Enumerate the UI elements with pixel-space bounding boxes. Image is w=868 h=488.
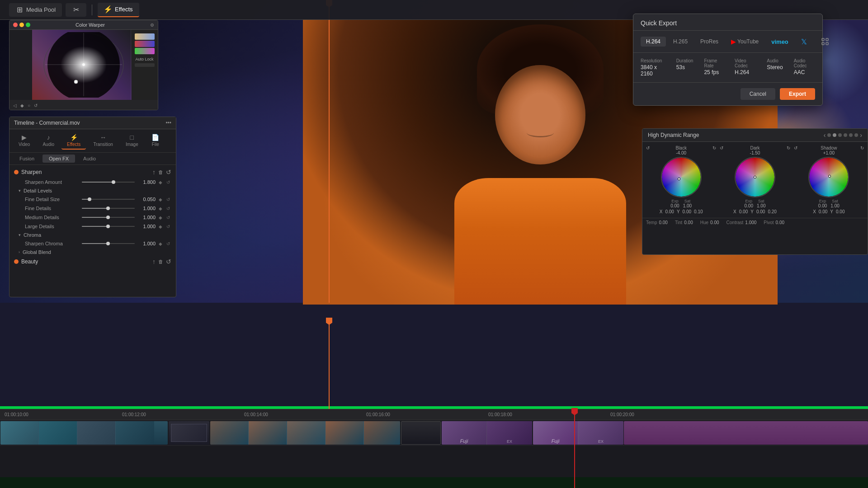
sharpen-chroma-thumb[interactable] <box>106 242 110 245</box>
subtab-fusion[interactable]: Fusion <box>13 155 41 163</box>
videocodec-value: H.264 <box>735 69 756 75</box>
hdr-dot-5[interactable] <box>849 133 853 137</box>
resolution-value: 3840 x 2160 <box>641 64 665 77</box>
format-tab-prores[interactable]: ProRes <box>695 37 724 47</box>
dialog-actions-row: Cancel Export <box>633 83 822 105</box>
close-dot[interactable] <box>13 23 18 27</box>
format-tab-vimeo[interactable]: vimeo <box>766 37 794 47</box>
hdr-wheels-row: ↺ Black ↻ -4.00 Exp 0.00 Sat 1.00 <box>642 142 868 218</box>
bottom-icon-3[interactable]: ○ <box>28 103 30 108</box>
sharpen-chroma-slider[interactable] <box>82 243 135 244</box>
black-reset-btn[interactable]: ↺ <box>646 145 650 150</box>
sharpen-up-btn[interactable]: ↑ <box>152 169 156 176</box>
tab-transition[interactable]: ↔ Transition <box>88 132 118 150</box>
videocodec-info: Video Codec H.264 <box>735 58 756 77</box>
black-refresh-btn[interactable]: ↻ <box>712 145 716 150</box>
panel-menu-dots[interactable]: ••• <box>165 120 171 126</box>
large-det-reset[interactable]: ↺ <box>165 223 171 230</box>
hdr-dot-1[interactable] <box>827 133 831 137</box>
sharpen-delete-btn[interactable]: 🗑 <box>158 169 163 175</box>
shadow-refresh-btn[interactable]: ↻ <box>860 145 864 150</box>
format-tab-twitter[interactable]: 𝕏 <box>796 36 812 48</box>
hdr-nav-right-btn[interactable]: › <box>860 131 862 139</box>
fine-det-reset[interactable]: ↺ <box>165 205 171 211</box>
black-wheel[interactable] <box>661 157 702 197</box>
bottom-icon-2[interactable]: ◆ <box>20 103 24 108</box>
format-tab-share[interactable] <box>814 34 836 49</box>
sharpen-diamond-btn[interactable]: ◆ <box>157 179 164 185</box>
tab-image[interactable]: □ Image <box>120 132 144 150</box>
fine-details-thumb[interactable] <box>106 206 110 210</box>
medium-details-thumb[interactable] <box>106 216 110 219</box>
media-pool-btn[interactable]: ⊞ Media Pool <box>9 3 62 17</box>
hdr-dot-3[interactable] <box>838 133 842 137</box>
hdr-dot-4[interactable] <box>844 133 847 137</box>
bottom-icon-4[interactable]: ↺ <box>34 103 38 108</box>
medium-details-slider[interactable] <box>82 217 135 218</box>
minimize-dot[interactable] <box>19 23 24 27</box>
med-det-reset[interactable]: ↺ <box>165 214 171 221</box>
timeline-progress-bar <box>0 406 868 409</box>
format-tab-h265[interactable]: H.265 <box>668 37 693 47</box>
sharpen-enabled-dot[interactable] <box>14 170 19 174</box>
sharpen-reset-param-btn[interactable]: ↺ <box>165 179 171 185</box>
cancel-button[interactable]: Cancel <box>741 88 775 100</box>
hdr-dot-2[interactable] <box>833 133 836 137</box>
dark-refresh-btn[interactable]: ↻ <box>787 145 790 150</box>
tab-audio[interactable]: ♪ Audio <box>37 132 60 150</box>
format-tab-youtube[interactable]: ▶ YouTube <box>726 36 764 47</box>
color-warper-titlebar: Color Warper ⚙ <box>9 20 158 30</box>
beauty-delete-btn[interactable]: 🗑 <box>158 259 163 264</box>
color-wheel-area[interactable]: Auto Lock <box>9 30 158 100</box>
clip-segment-3[interactable] <box>210 421 400 445</box>
hdr-nav-left-btn[interactable]: ‹ <box>824 131 826 139</box>
shadow-reset-btn[interactable]: ↺ <box>794 145 797 150</box>
fine-det-diamond[interactable]: ◆ <box>157 205 164 211</box>
beauty-enabled-dot[interactable] <box>14 259 19 264</box>
clip-segment-5[interactable]: Fuji EX <box>442 421 532 445</box>
clip-segment-4[interactable] <box>401 421 441 445</box>
subtab-openfx[interactable]: Open FX <box>42 155 75 163</box>
sharpen-amount-thumb[interactable] <box>112 180 115 184</box>
maximize-dot[interactable] <box>26 23 30 27</box>
large-details-thumb[interactable] <box>106 225 110 228</box>
clip-segment-2[interactable] <box>169 421 209 445</box>
hdr-dot-6[interactable] <box>854 133 858 137</box>
dark-reset-btn[interactable]: ↺ <box>720 145 723 150</box>
black-sat-param: Sat 1.00 <box>683 199 692 208</box>
sharpen-reset-btn[interactable]: ↺ <box>166 169 171 176</box>
clip-segment-1[interactable] <box>0 421 168 445</box>
fine-detail-size-slider[interactable] <box>82 199 135 200</box>
med-det-diamond[interactable]: ◆ <box>157 214 164 221</box>
subtab-audio[interactable]: Audio <box>77 155 102 163</box>
fine-details-slider[interactable] <box>82 208 135 209</box>
dark-wheel[interactable] <box>735 157 775 197</box>
sharpen-amount-slider[interactable] <box>82 182 135 183</box>
fine-size-reset[interactable]: ↺ <box>165 196 171 202</box>
cut-btn[interactable]: ✂ <box>66 3 86 17</box>
tab-file[interactable]: 📄 File <box>146 132 165 150</box>
chroma-diamond[interactable]: ◆ <box>157 240 164 247</box>
chroma-toggle[interactable]: ▾ Chroma <box>14 231 171 239</box>
clip-segment-7[interactable] <box>624 421 868 445</box>
large-det-diamond[interactable]: ◆ <box>157 223 164 230</box>
tab-effects[interactable]: ⚡ Effects <box>61 132 86 150</box>
export-button[interactable]: Export <box>780 88 815 100</box>
effects-btn[interactable]: ⚡ Effects <box>98 3 139 17</box>
format-tab-h264[interactable]: H.264 <box>641 37 666 47</box>
fine-detail-size-thumb[interactable] <box>88 197 91 201</box>
tab-video[interactable]: ▶ Video <box>13 132 35 150</box>
detail-levels-toggle[interactable]: ▾ Detail Levels <box>14 187 171 195</box>
shadow-wheel[interactable] <box>808 157 849 197</box>
large-details-slider[interactable] <box>82 226 135 227</box>
clip-frame-3e <box>364 421 400 445</box>
settings-icon[interactable]: ⚙ <box>150 23 154 28</box>
wheel-container[interactable] <box>42 32 126 98</box>
chroma-reset[interactable]: ↺ <box>165 240 171 247</box>
fine-size-diamond[interactable]: ◆ <box>157 196 164 202</box>
bottom-icon-1[interactable]: ◁ <box>13 103 17 108</box>
beauty-up-btn[interactable]: ↑ <box>152 258 156 265</box>
global-blend-toggle[interactable]: › Global Blend <box>14 248 171 256</box>
clip-segment-6[interactable]: Fuji EX <box>533 421 623 445</box>
beauty-reset-btn[interactable]: ↺ <box>166 258 171 265</box>
